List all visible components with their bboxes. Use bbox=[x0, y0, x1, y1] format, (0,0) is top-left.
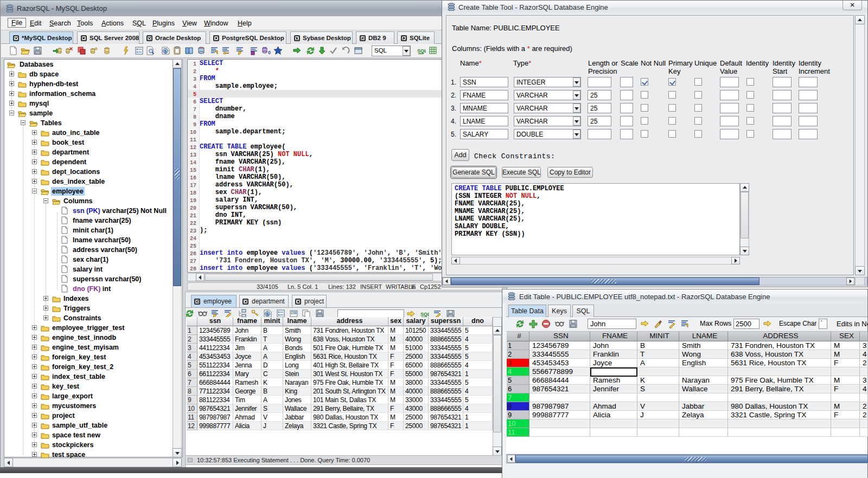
svg-text:SQL: SQL bbox=[420, 312, 429, 317]
svg-text:SQL: SQL bbox=[417, 48, 426, 54]
svg-text:0: 0 bbox=[268, 50, 271, 55]
svg-text:S: S bbox=[266, 312, 269, 316]
svg-text:S: S bbox=[164, 49, 167, 54]
